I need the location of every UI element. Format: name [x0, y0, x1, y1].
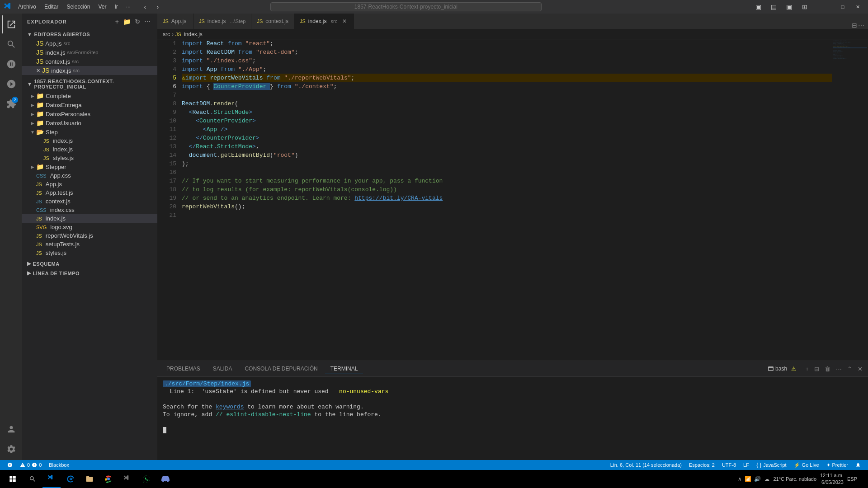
terminal[interactable]: ./src/Form/Step/index.js Line 1: 'useSta… — [157, 377, 868, 460]
breadcrumb-file[interactable]: JS index.js — [175, 31, 203, 38]
panel-tab-problemas[interactable]: PROBLEMAS — [161, 364, 206, 374]
new-file-icon[interactable]: + — [114, 17, 120, 26]
taskbar-search[interactable] — [24, 470, 42, 488]
maximize-button[interactable]: □ — [836, 0, 849, 13]
status-eol[interactable]: LF — [740, 460, 753, 470]
taskbar-up-arrow[interactable]: ∧ — [738, 476, 742, 482]
close-panel-icon[interactable]: ✕ — [856, 365, 864, 373]
split-editor-icon[interactable]: ⊟ — [852, 22, 857, 29]
settings-activity-icon[interactable] — [2, 440, 20, 458]
taskbar-clock[interactable]: 12:11 a.m. 6/05/2023 — [820, 472, 844, 486]
new-folder-icon[interactable]: 📁 — [122, 17, 132, 26]
start-button[interactable] — [4, 470, 22, 488]
folder-step[interactable]: ▼ 📂 Step — [22, 127, 157, 136]
search-input[interactable] — [270, 2, 542, 11]
minimize-button[interactable]: ─ — [821, 0, 834, 13]
taskbar-chrome[interactable] — [99, 470, 118, 488]
status-blackbox[interactable]: Blackbox — [45, 460, 73, 470]
layout-icon-3[interactable]: ▣ — [783, 0, 796, 13]
nav-forward-button[interactable]: › — [152, 1, 163, 12]
nav-back-button[interactable]: ‹ — [140, 1, 151, 12]
code-editor[interactable]: 1 2 3 4 5 6 7 8 9 10 11 12 13 14 — [157, 39, 868, 361]
status-golive[interactable]: ⚡ Go Live — [790, 460, 823, 470]
step-index1[interactable]: JS index.js — [22, 136, 157, 145]
open-file-step-index[interactable]: JS index.js src\Form\Step — [22, 48, 157, 57]
panel-tab-terminal[interactable]: TERMINAL — [325, 364, 363, 374]
file-app-js[interactable]: JS App.js — [22, 180, 157, 188]
folder-stepper[interactable]: ▶ 📁 Stepper — [22, 162, 157, 171]
project-section[interactable]: ▼ 1857-REACTHOOKS-CONTEXT-PROYECTO_INICI… — [22, 77, 157, 91]
refresh-icon[interactable]: ↻ — [134, 17, 142, 26]
open-file-index-active[interactable]: ✕ JS index.js src — [22, 66, 157, 75]
open-file-appjs[interactable]: JS App.js src — [22, 39, 157, 48]
split-terminal-icon[interactable]: ⊟ — [812, 365, 821, 373]
status-notification[interactable] — [852, 460, 864, 470]
status-errors[interactable]: 0 0 — [16, 460, 45, 470]
extensions-activity-icon[interactable]: 2 — [2, 95, 20, 113]
layout-icon-1[interactable]: ▣ — [752, 0, 765, 13]
layout-icon-4[interactable]: ⊞ — [798, 0, 811, 13]
maximize-panel-icon[interactable]: ⌃ — [845, 365, 854, 373]
close-button[interactable]: ✕ — [852, 0, 864, 13]
folder-datosPersonales[interactable]: ▶ 📁 DatosPersonales — [22, 109, 157, 118]
status-spaces[interactable]: Espacios: 2 — [685, 460, 718, 470]
file-logo-svg[interactable]: SVG logo.svg — [22, 223, 157, 231]
close-x-icon[interactable]: ✕ — [36, 68, 40, 74]
file-index-css[interactable]: CSS index.css — [22, 206, 157, 214]
taskbar-whatsapp[interactable] — [137, 470, 156, 488]
taskbar-volume-icon[interactable]: 🔊 — [754, 476, 761, 482]
step-styles[interactable]: JS styles.js — [22, 154, 157, 162]
panel-tab-consola[interactable]: CONSOLA DE DEPURACIÓN — [239, 364, 323, 374]
file-styles-js[interactable]: JS styles.js — [22, 249, 157, 257]
code-content[interactable]: import React from "react"; import ReactD… — [180, 39, 832, 361]
source-control-activity-icon[interactable] — [2, 55, 20, 73]
panel-tab-salida[interactable]: SALIDA — [208, 364, 238, 374]
taskbar-vscode[interactable] — [42, 470, 61, 488]
folder-datosUsuario[interactable]: ▶ 📁 DatosUsuario — [22, 118, 157, 127]
terminal-more-icon[interactable]: ⋯ — [834, 365, 844, 373]
open-file-context[interactable]: JS context.js src — [22, 57, 157, 66]
show-desktop-button[interactable] — [861, 470, 864, 488]
file-setup-tests[interactable]: JS setupTests.js — [22, 240, 157, 249]
collapse-icon[interactable]: ⋯ — [143, 17, 152, 26]
menu-seleccion[interactable]: Selección — [63, 2, 94, 11]
terminal-keywords-link[interactable]: keywords — [216, 404, 244, 410]
taskbar-discord[interactable] — [156, 470, 175, 488]
taskbar-edge[interactable] — [61, 470, 80, 488]
status-prettier[interactable]: ✦ Prettier — [823, 460, 852, 470]
taskbar-explorer[interactable] — [80, 470, 99, 488]
file-index-js[interactable]: JS index.js — [22, 214, 157, 223]
tab-index-active[interactable]: JS index.js src ✕ — [294, 14, 354, 29]
status-encoding[interactable]: UTF-8 — [718, 460, 740, 470]
tab-close-icon[interactable]: ✕ — [341, 18, 348, 25]
kill-terminal-icon[interactable]: 🗑 — [823, 365, 832, 373]
tab-context[interactable]: JS context.js — [251, 14, 294, 29]
menu-ver[interactable]: Ver — [94, 2, 110, 11]
file-report-webvitals[interactable]: JS reportWebVitals.js — [22, 231, 157, 240]
status-remote[interactable] — [4, 460, 16, 470]
step-index2[interactable]: JS index.js — [22, 145, 157, 154]
esquema-section[interactable]: ▶ ESQUEMA — [22, 259, 157, 268]
menu-archivo[interactable]: Archivo — [14, 2, 40, 11]
breadcrumb-src[interactable]: src — [163, 31, 170, 38]
menu-ir[interactable]: Ir — [111, 2, 121, 11]
add-terminal-icon[interactable]: + — [803, 365, 811, 373]
menu-more[interactable]: ··· — [123, 2, 134, 11]
taskbar-network-icon[interactable]: 📶 — [745, 476, 751, 482]
status-language[interactable]: { } JavaScript — [753, 460, 790, 470]
folder-datosEntrega[interactable]: ▶ 📁 DatosEntrega — [22, 100, 157, 109]
account-activity-icon[interactable] — [2, 420, 20, 438]
status-position[interactable]: Lín. 6, Col. 11 (14 seleccionada) — [607, 460, 685, 470]
file-context[interactable]: JS context.js — [22, 197, 157, 206]
linea-tiempo-section[interactable]: ▶ LÍNEA DE TIEMPO — [22, 268, 157, 278]
open-editors-section[interactable]: ▼ EDITORES ABIERTOS — [22, 30, 157, 39]
menu-editar[interactable]: Editar — [41, 2, 62, 11]
explorer-activity-icon[interactable] — [2, 15, 20, 33]
file-app-css[interactable]: CSS App.css — [22, 171, 157, 180]
tab-appjs[interactable]: JS App.js — [157, 14, 193, 29]
taskbar-vscode2[interactable] — [118, 470, 137, 488]
search-activity-icon[interactable] — [2, 35, 20, 53]
layout-icon-2[interactable]: ▤ — [768, 0, 780, 13]
run-activity-icon[interactable] — [2, 75, 20, 93]
more-actions-icon[interactable]: ⋯ — [858, 22, 864, 29]
